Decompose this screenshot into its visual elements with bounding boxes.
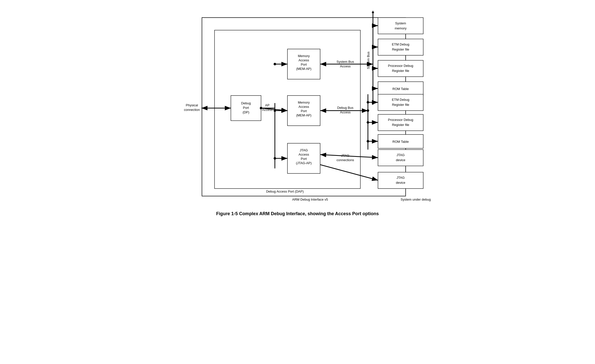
svg-rect-14	[378, 94, 423, 111]
svg-rect-10	[378, 18, 423, 34]
debug-port-label3: (DP)	[243, 110, 249, 114]
diagram-svg: ARM Debug Interface v5 Debug Access Port…	[159, 10, 436, 206]
jtag-device-bot-l2: device	[396, 181, 405, 185]
proc-debug-mid-l1: Processor Debug	[388, 118, 413, 122]
jtag-ap-l4: (JTAG-AP)	[296, 161, 312, 165]
svg-point-46	[367, 101, 369, 104]
etm-debug-mid-l2: Register file	[392, 103, 409, 107]
arm-debug-label: ARM Debug Interface v5	[292, 198, 328, 201]
mem-ap-mid-l1: Memory	[298, 101, 310, 104]
ap-access-l1: AP	[265, 103, 269, 107]
jtag-connections-l2: connections	[336, 158, 354, 162]
rom-table-top-label: ROM Table	[393, 87, 409, 91]
system-bus-access-l1: System Bus	[336, 60, 354, 64]
mem-ap-mid-l3: Port	[301, 109, 307, 113]
svg-point-48	[367, 121, 369, 124]
svg-point-34	[274, 63, 276, 65]
physical-connection-l2: connection	[184, 108, 200, 112]
proc-debug-top-l2: Register file	[392, 69, 409, 73]
svg-line-39	[261, 69, 287, 108]
debug-port-label: Debug	[241, 101, 251, 105]
svg-point-38	[274, 157, 276, 160]
svg-rect-11	[378, 39, 423, 55]
dap-label: Debug Access Port (DAP)	[266, 190, 304, 193]
svg-rect-15	[378, 114, 423, 131]
diagram-wrapper: ARM Debug Interface v5 Debug Access Port…	[159, 10, 436, 206]
mem-ap-mid-l4: (MEM-AP)	[296, 113, 312, 117]
svg-line-28	[261, 73, 287, 104]
svg-rect-17	[378, 150, 423, 166]
system-memory-l2: memory	[395, 26, 407, 30]
mem-ap-top-l3: Port	[301, 63, 307, 66]
svg-line-52	[320, 165, 378, 180]
caption-text: Figure 1-5 Complex ARM Debug Interface, …	[216, 211, 379, 216]
svg-rect-12	[378, 60, 423, 77]
svg-rect-18	[378, 172, 423, 189]
proc-debug-mid-l2: Register file	[392, 123, 409, 127]
figure-caption: Figure 1-5 Complex ARM Debug Interface, …	[149, 211, 446, 224]
svg-point-50	[367, 140, 369, 143]
jtag-ap-l3: Port	[301, 157, 307, 161]
jtag-ap-l1: JTAG	[300, 148, 308, 152]
etm-debug-top-l2: Register file	[392, 48, 409, 51]
system-memory-l1: System	[395, 21, 406, 25]
debug-bus-access-l1: Debug Bus	[337, 106, 354, 110]
mem-ap-mid-l2: Access	[299, 105, 309, 109]
system-bus-access-l2: Access	[340, 64, 351, 68]
svg-marker-21	[372, 103, 374, 105]
page-container: ARM Debug Interface v5 Debug Access Port…	[149, 5, 446, 224]
etm-debug-mid-l1: ETM Debug	[392, 98, 409, 102]
mem-ap-top-l2: Access	[299, 58, 309, 62]
svg-marker-20	[372, 11, 374, 13]
proc-debug-top-l1: Processor Debug	[388, 64, 413, 68]
system-bus-label: System Bus	[366, 52, 370, 69]
jtag-device-top-l1: JTAG	[397, 153, 405, 157]
jtag-device-top-l2: device	[396, 158, 405, 162]
system-under-debug-label: System under debug	[401, 198, 431, 201]
mem-ap-top-l1: Memory	[298, 54, 310, 58]
svg-point-36	[274, 109, 276, 112]
jtag-device-bot-l1: JTAG	[397, 176, 405, 179]
physical-connection-l1: Physical	[186, 103, 198, 107]
debug-port-label2: Port	[243, 106, 249, 110]
rom-table-mid-label: ROM Table	[393, 140, 409, 144]
etm-debug-top-l1: ETM Debug	[392, 42, 409, 46]
mem-ap-top-l4: (MEM-AP)	[296, 67, 312, 71]
jtag-ap-l2: Access	[299, 153, 309, 156]
svg-point-44	[367, 109, 369, 112]
